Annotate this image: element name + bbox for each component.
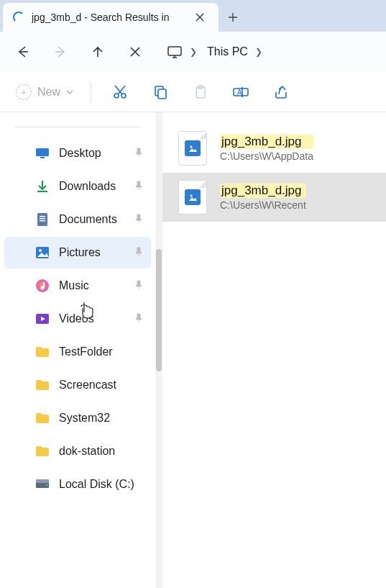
svg-text:A: A (237, 89, 242, 96)
tab-strip: jpg_3mb_d - Search Results in (0, 0, 386, 32)
svg-rect-10 (40, 157, 45, 158)
pin-icon (134, 214, 145, 225)
scrollbar-thumb[interactable] (156, 249, 162, 371)
active-tab[interactable]: jpg_3mb_d - Search Results in (3, 3, 219, 32)
back-button[interactable] (6, 36, 40, 68)
sidebar-item-label: Desktop (59, 147, 125, 160)
share-button[interactable] (264, 76, 298, 108)
sidebar-item-local-disk-c-[interactable]: Local Disk (C:) (4, 469, 151, 500)
breadcrumb-label: This PC (207, 45, 248, 58)
pin-icon (134, 148, 145, 159)
download-icon (35, 178, 50, 194)
svg-point-23 (190, 146, 193, 148)
search-result[interactable]: jpg_3mb_d.jpgC:\Users\W\Recent (162, 173, 386, 222)
tab-close-button[interactable] (190, 7, 210, 27)
folder-icon (35, 344, 50, 360)
breadcrumb-this-pc[interactable]: This PC ❯ (204, 45, 265, 58)
svg-point-18 (41, 286, 45, 290)
body: DesktopDownloadsDocumentsPicturesMusicVi… (0, 112, 386, 588)
paste-button[interactable] (183, 76, 218, 108)
file-thumbnail (178, 131, 207, 166)
results-pane: jpg_3mb_d.jpgC:\Users\W\AppDatajpg_3mb_d… (162, 112, 386, 588)
sidebar-item-label: Documents (59, 213, 125, 226)
folder-icon (35, 443, 50, 459)
pin-icon (134, 313, 145, 325)
forward-button[interactable] (43, 36, 78, 68)
svg-rect-14 (40, 220, 45, 222)
new-button-label: New (37, 86, 60, 99)
sidebar-item-documents[interactable]: Documents (4, 204, 151, 235)
folder-icon (35, 410, 50, 426)
sidebar-item-desktop[interactable]: Desktop (4, 137, 151, 169)
copy-button[interactable] (143, 76, 178, 108)
result-texts: jpg_3mb_d.jpgC:\Users\W\Recent (220, 184, 306, 211)
result-filepath: C:\Users\W\AppData (220, 150, 313, 162)
document-icon (35, 212, 50, 227)
image-icon (185, 140, 201, 156)
new-button[interactable]: + New (10, 80, 79, 104)
sidebar-item-label: dok-station (59, 445, 145, 458)
up-button[interactable] (81, 36, 115, 68)
sidebar-item-downloads[interactable]: Downloads (4, 171, 151, 202)
result-texts: jpg_3mb_d.jpgC:\Users\W\AppData (220, 135, 313, 162)
breadcrumb-root[interactable]: ❯ (164, 44, 200, 60)
monitor-icon (167, 44, 183, 60)
chevron-right-icon: ❯ (255, 47, 262, 57)
cut-button[interactable] (103, 76, 137, 108)
chevron-right-icon: ❯ (190, 47, 197, 57)
sidebar-item-dok-station[interactable]: dok-station (4, 435, 151, 467)
sidebar-item-music[interactable]: Music (4, 270, 151, 302)
tab-title: jpg_3mb_d - Search Results in (32, 12, 183, 23)
command-toolbar: + New A (0, 72, 386, 112)
new-tab-button[interactable] (219, 3, 247, 32)
pin-icon (134, 181, 145, 192)
svg-point-24 (190, 195, 193, 197)
refresh-cancel-button[interactable] (118, 36, 152, 68)
sidebar-item-testfolder[interactable]: TestFolder (4, 336, 151, 368)
rename-icon: A (232, 84, 249, 100)
svg-rect-11 (37, 213, 47, 226)
sidebar-item-label: Music (59, 279, 125, 292)
video-icon (35, 311, 50, 327)
nav-bar: ❯ This PC ❯ (0, 32, 386, 72)
pin-icon (134, 247, 145, 258)
svg-point-22 (46, 484, 47, 486)
svg-rect-0 (168, 47, 181, 55)
drive-icon (35, 476, 50, 492)
sidebar-item-label: Screencast (59, 379, 145, 392)
copy-icon (152, 84, 168, 100)
result-filename: jpg_3mb_d.jpg (220, 184, 306, 198)
address-bar[interactable]: ❯ This PC ❯ (164, 37, 265, 66)
svg-rect-4 (158, 89, 166, 99)
folder-icon (35, 377, 50, 393)
sidebar-item-videos[interactable]: Videos (4, 303, 151, 335)
sidebar-item-label: Local Disk (C:) (59, 478, 145, 491)
result-filename: jpg_3mb_d.jpg (220, 135, 313, 149)
sidebar-item-pictures[interactable]: Pictures (4, 237, 151, 268)
sidebar-item-screencast[interactable]: Screencast (4, 369, 151, 401)
result-filepath: C:\Users\W\Recent (220, 199, 306, 211)
svg-rect-9 (36, 148, 49, 156)
search-result[interactable]: jpg_3mb_d.jpgC:\Users\W\AppData (162, 124, 386, 173)
share-icon (273, 84, 289, 100)
svg-point-16 (39, 249, 42, 252)
scissors-icon (112, 84, 128, 100)
sidebar: DesktopDownloadsDocumentsPicturesMusicVi… (0, 112, 155, 588)
svg-rect-21 (36, 479, 49, 483)
sidebar-item-label: Pictures (59, 246, 125, 259)
toolbar-divider (91, 82, 91, 102)
rename-button[interactable]: A (224, 76, 258, 108)
svg-rect-12 (40, 216, 45, 217)
music-icon (35, 278, 50, 294)
loading-spinner-icon (13, 12, 24, 23)
desktop-icon (35, 145, 50, 161)
plus-circle-icon: + (16, 84, 32, 100)
picture-icon (35, 245, 50, 261)
sidebar-item-label: Videos (59, 312, 125, 325)
clipboard-icon (193, 84, 208, 100)
sidebar-scrollbar[interactable] (155, 112, 162, 588)
sidebar-item-system32[interactable]: System32 (4, 402, 151, 434)
svg-point-17 (36, 279, 49, 292)
sidebar-separator (14, 127, 141, 127)
chevron-down-icon (66, 89, 73, 96)
